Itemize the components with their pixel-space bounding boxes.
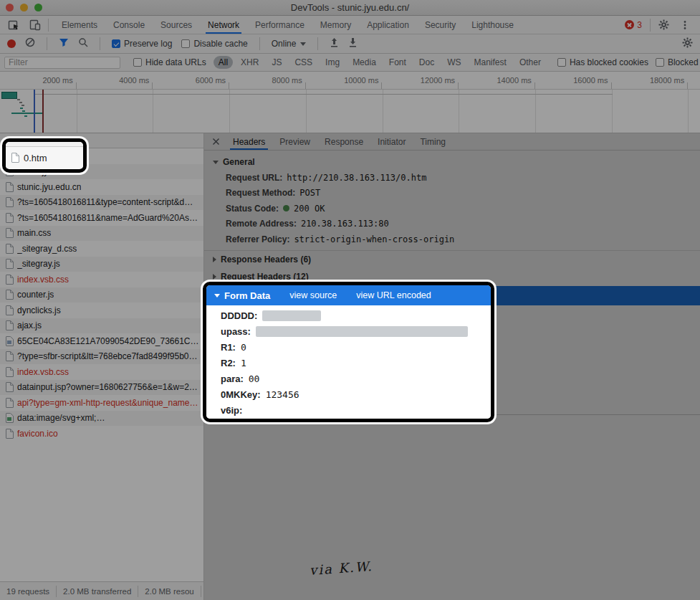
file-icon xyxy=(11,153,19,163)
form-data-field: DDDDD: xyxy=(206,308,491,323)
form-field-key: R1: xyxy=(221,342,236,353)
form-data-section-header[interactable]: Form Data view source view URL encoded xyxy=(206,285,491,305)
form-field-key: 0MKKey: xyxy=(221,389,261,400)
triangle-down-icon xyxy=(214,294,220,297)
view-url-encoded-link[interactable]: view URL encoded xyxy=(356,290,431,300)
form-data-field: upass: xyxy=(206,323,491,339)
devtools-window: DevTools - stunic.jyu.edu.cn/ ElementsCo… xyxy=(0,0,700,600)
form-data-field: 0MKKey:123456 xyxy=(206,386,491,402)
form-data-field: v6ip: xyxy=(206,402,491,418)
form-field-key: DDDDD: xyxy=(221,310,257,321)
form-field-key: upass: xyxy=(221,326,251,337)
form-data-field: R2:1 xyxy=(206,355,491,371)
request-row-0htm[interactable]: 0.htm xyxy=(6,147,83,168)
form-data-field: R1:0 xyxy=(206,339,491,355)
callout-selected-request: 0.htm xyxy=(2,138,87,173)
form-field-value: 1 xyxy=(241,358,246,368)
form-field-value: 00 xyxy=(249,373,260,384)
request-name: 0.htm xyxy=(24,153,47,163)
view-source-link[interactable]: view source xyxy=(289,290,337,300)
form-field-key: v6ip: xyxy=(221,405,242,416)
form-field-key: R2: xyxy=(221,358,236,368)
form-data-fields: DDDDD:upass:R1:0R2:1para:000MKKey:123456… xyxy=(206,305,491,419)
name-header-sliver xyxy=(6,142,83,147)
form-data-field: para:00 xyxy=(206,371,491,386)
form-field-value: 123456 xyxy=(266,389,299,400)
form-data-title: Form Data xyxy=(224,290,270,301)
form-field-value: 0 xyxy=(241,342,246,353)
redacted-value xyxy=(262,310,321,321)
form-field-key: para: xyxy=(221,373,244,384)
callout-form-data: Form Data view source view URL encoded D… xyxy=(203,282,494,422)
redacted-value xyxy=(256,326,468,337)
